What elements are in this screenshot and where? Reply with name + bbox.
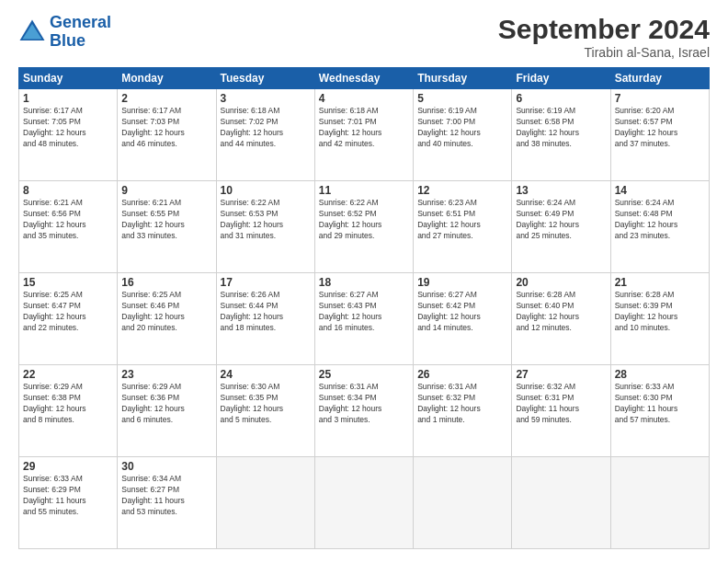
calendar-cell: 11Sunrise: 6:22 AMSunset: 6:52 PMDayligh… (314, 181, 413, 273)
calendar-cell: 25Sunrise: 6:31 AMSunset: 6:34 PMDayligh… (314, 365, 413, 457)
day-number: 23 (121, 368, 211, 381)
day-number: 18 (319, 276, 409, 289)
weekday-header: Tuesday (216, 68, 314, 89)
calendar-cell: 18Sunrise: 6:27 AMSunset: 6:43 PMDayligh… (314, 273, 413, 365)
logo-line2: Blue (50, 31, 85, 50)
day-number: 12 (417, 184, 507, 197)
calendar-cell: 17Sunrise: 6:26 AMSunset: 6:44 PMDayligh… (216, 273, 314, 365)
calendar-cell (216, 457, 314, 549)
logo-icon (18, 18, 46, 46)
day-number: 2 (121, 92, 211, 105)
month-title: September 2024 (498, 14, 710, 45)
day-number: 27 (516, 368, 606, 381)
calendar-cell: 30Sunrise: 6:34 AMSunset: 6:27 PMDayligh… (118, 457, 216, 549)
day-number: 4 (319, 92, 409, 105)
logo-line1: General (50, 13, 111, 31)
calendar-cell: 28Sunrise: 6:33 AMSunset: 6:30 PMDayligh… (610, 365, 709, 457)
day-number: 25 (319, 368, 409, 381)
calendar-cell: 22Sunrise: 6:29 AMSunset: 6:38 PMDayligh… (19, 365, 118, 457)
day-number: 29 (23, 460, 113, 473)
day-info: Sunrise: 6:22 AMSunset: 6:53 PMDaylight:… (221, 198, 311, 242)
day-number: 14 (615, 184, 705, 197)
day-number: 22 (23, 368, 113, 381)
page: General Blue September 2024 Tirabin al-S… (0, 0, 728, 563)
header: General Blue September 2024 Tirabin al-S… (18, 14, 710, 60)
day-number: 28 (615, 368, 705, 381)
calendar-week-row: 8Sunrise: 6:21 AMSunset: 6:56 PMDaylight… (19, 181, 710, 273)
day-info: Sunrise: 6:30 AMSunset: 6:35 PMDaylight:… (221, 382, 311, 426)
calendar-cell: 6Sunrise: 6:19 AMSunset: 6:58 PMDaylight… (512, 89, 610, 181)
day-info: Sunrise: 6:21 AMSunset: 6:56 PMDaylight:… (23, 198, 113, 242)
calendar-cell: 15Sunrise: 6:25 AMSunset: 6:47 PMDayligh… (19, 273, 118, 365)
calendar-cell (414, 457, 512, 549)
calendar-cell: 14Sunrise: 6:24 AMSunset: 6:48 PMDayligh… (610, 181, 709, 273)
day-info: Sunrise: 6:24 AMSunset: 6:49 PMDaylight:… (516, 198, 606, 242)
day-info: Sunrise: 6:17 AMSunset: 7:05 PMDaylight:… (23, 106, 113, 150)
day-info: Sunrise: 6:18 AMSunset: 7:02 PMDaylight:… (221, 106, 311, 150)
calendar-cell: 24Sunrise: 6:30 AMSunset: 6:35 PMDayligh… (216, 365, 314, 457)
day-number: 21 (615, 276, 705, 289)
calendar-cell: 1Sunrise: 6:17 AMSunset: 7:05 PMDaylight… (19, 89, 118, 181)
calendar-cell: 27Sunrise: 6:32 AMSunset: 6:31 PMDayligh… (512, 365, 610, 457)
day-number: 15 (23, 276, 113, 289)
calendar-cell: 12Sunrise: 6:23 AMSunset: 6:51 PMDayligh… (414, 181, 512, 273)
calendar-cell: 7Sunrise: 6:20 AMSunset: 6:57 PMDaylight… (610, 89, 709, 181)
weekday-header: Wednesday (314, 68, 413, 89)
day-number: 17 (221, 276, 311, 289)
calendar: SundayMondayTuesdayWednesdayThursdayFrid… (18, 67, 710, 549)
weekday-header: Thursday (414, 68, 512, 89)
title-block: September 2024 Tirabin al-Sana, Israel (498, 14, 710, 60)
calendar-cell: 29Sunrise: 6:33 AMSunset: 6:29 PMDayligh… (19, 457, 118, 549)
day-info: Sunrise: 6:28 AMSunset: 6:40 PMDaylight:… (516, 290, 606, 334)
day-info: Sunrise: 6:33 AMSunset: 6:30 PMDaylight:… (615, 382, 705, 426)
day-number: 5 (417, 92, 507, 105)
calendar-cell: 13Sunrise: 6:24 AMSunset: 6:49 PMDayligh… (512, 181, 610, 273)
calendar-cell: 20Sunrise: 6:28 AMSunset: 6:40 PMDayligh… (512, 273, 610, 365)
calendar-cell: 2Sunrise: 6:17 AMSunset: 7:03 PMDaylight… (118, 89, 216, 181)
weekday-header: Friday (512, 68, 610, 89)
calendar-cell: 21Sunrise: 6:28 AMSunset: 6:39 PMDayligh… (610, 273, 709, 365)
day-info: Sunrise: 6:22 AMSunset: 6:52 PMDaylight:… (319, 198, 409, 242)
day-info: Sunrise: 6:25 AMSunset: 6:46 PMDaylight:… (121, 290, 211, 334)
day-number: 6 (516, 92, 606, 105)
calendar-week-row: 15Sunrise: 6:25 AMSunset: 6:47 PMDayligh… (19, 273, 710, 365)
day-number: 16 (121, 276, 211, 289)
day-number: 13 (516, 184, 606, 197)
calendar-cell: 5Sunrise: 6:19 AMSunset: 7:00 PMDaylight… (414, 89, 512, 181)
day-number: 30 (121, 460, 211, 473)
day-info: Sunrise: 6:29 AMSunset: 6:38 PMDaylight:… (23, 382, 113, 426)
day-info: Sunrise: 6:26 AMSunset: 6:44 PMDaylight:… (221, 290, 311, 334)
day-number: 3 (221, 92, 311, 105)
calendar-cell (512, 457, 610, 549)
day-number: 24 (221, 368, 311, 381)
day-info: Sunrise: 6:27 AMSunset: 6:42 PMDaylight:… (417, 290, 507, 334)
calendar-cell: 26Sunrise: 6:31 AMSunset: 6:32 PMDayligh… (414, 365, 512, 457)
location: Tirabin al-Sana, Israel (498, 45, 710, 60)
calendar-cell: 10Sunrise: 6:22 AMSunset: 6:53 PMDayligh… (216, 181, 314, 273)
calendar-cell (314, 457, 413, 549)
day-number: 11 (319, 184, 409, 197)
day-number: 1 (23, 92, 113, 105)
logo: General Blue (18, 14, 111, 51)
calendar-week-row: 29Sunrise: 6:33 AMSunset: 6:29 PMDayligh… (19, 457, 710, 549)
calendar-cell: 23Sunrise: 6:29 AMSunset: 6:36 PMDayligh… (118, 365, 216, 457)
calendar-week-row: 22Sunrise: 6:29 AMSunset: 6:38 PMDayligh… (19, 365, 710, 457)
day-number: 7 (615, 92, 705, 105)
day-info: Sunrise: 6:34 AMSunset: 6:27 PMDaylight:… (121, 474, 211, 518)
calendar-week-row: 1Sunrise: 6:17 AMSunset: 7:05 PMDaylight… (19, 89, 710, 181)
day-info: Sunrise: 6:18 AMSunset: 7:01 PMDaylight:… (319, 106, 409, 150)
day-info: Sunrise: 6:17 AMSunset: 7:03 PMDaylight:… (121, 106, 211, 150)
day-info: Sunrise: 6:31 AMSunset: 6:32 PMDaylight:… (417, 382, 507, 426)
weekday-header-row: SundayMondayTuesdayWednesdayThursdayFrid… (19, 68, 710, 89)
day-number: 20 (516, 276, 606, 289)
calendar-cell: 19Sunrise: 6:27 AMSunset: 6:42 PMDayligh… (414, 273, 512, 365)
weekday-header: Monday (118, 68, 216, 89)
day-number: 10 (221, 184, 311, 197)
day-info: Sunrise: 6:21 AMSunset: 6:55 PMDaylight:… (121, 198, 211, 242)
day-number: 19 (417, 276, 507, 289)
day-info: Sunrise: 6:24 AMSunset: 6:48 PMDaylight:… (615, 198, 705, 242)
weekday-header: Saturday (610, 68, 709, 89)
calendar-cell: 9Sunrise: 6:21 AMSunset: 6:55 PMDaylight… (118, 181, 216, 273)
day-number: 26 (417, 368, 507, 381)
day-info: Sunrise: 6:19 AMSunset: 6:58 PMDaylight:… (516, 106, 606, 150)
